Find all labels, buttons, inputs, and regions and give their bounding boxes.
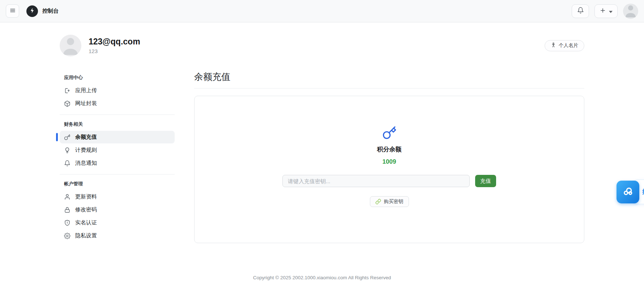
sidebar-item-privacy-settings[interactable]: 隐私设置 xyxy=(60,229,175,242)
profile-username: 123 xyxy=(89,48,140,54)
sidebar: 应用中心 应用上传 网址封装 财务相关 xyxy=(60,65,175,242)
footer-copyright: Copyright © 2025 2002.1000.xiaomiou.com … xyxy=(0,275,644,280)
recharge-key-input[interactable] xyxy=(282,175,470,187)
create-new-button[interactable] xyxy=(594,4,618,18)
sidebar-item-change-password[interactable]: 修改密码 xyxy=(60,203,175,216)
shield-icon xyxy=(64,220,71,226)
section-header: 财务相关 xyxy=(60,121,175,130)
profile-info: 123@qq.com 123 xyxy=(89,37,140,54)
user-icon xyxy=(64,194,71,200)
topbar-actions xyxy=(572,4,638,19)
sidebar-item-realname-verification[interactable]: 实名认证 xyxy=(60,216,175,229)
profile-header: 123@qq.com 123 个人名片 xyxy=(60,35,584,56)
sidebar-item-update-profile[interactable]: 更新资料 xyxy=(60,190,175,203)
sidebar-item-label: 更新资料 xyxy=(75,193,97,200)
notifications-button[interactable] xyxy=(572,4,589,18)
buy-key-button[interactable]: 购买密钥 xyxy=(370,196,409,207)
body: 应用中心 应用上传 网址封装 财务相关 xyxy=(60,65,584,243)
sidebar-divider xyxy=(60,174,175,174)
floating-promo-widget: 推 xyxy=(617,180,644,205)
section-header: 帐户管理 xyxy=(60,181,175,190)
profile-avatar xyxy=(60,35,81,56)
main-content: 余额充值 积分余额 1009 充值 购买密钥 xyxy=(194,65,584,243)
avatar-silhouette-icon xyxy=(623,4,638,19)
sidebar-item-label: 计费规则 xyxy=(75,147,97,154)
lightning-logo-icon xyxy=(29,7,35,15)
balance-label: 积分余额 xyxy=(377,145,402,154)
personal-card-label: 个人名片 xyxy=(559,42,578,49)
upload-icon xyxy=(64,87,71,94)
balance-value: 1009 xyxy=(383,158,396,165)
avatar-silhouette-icon xyxy=(60,35,81,56)
sidebar-section-account: 帐户管理 更新资料 修改密码 实名认证 xyxy=(60,181,175,242)
bell-icon xyxy=(64,160,71,167)
netdisk-promo-button[interactable] xyxy=(617,181,639,203)
key-icon xyxy=(382,126,397,140)
sidebar-item-label: 网址封装 xyxy=(75,100,97,107)
promo-text-fragment: 推 xyxy=(642,188,644,196)
sidebar-section-app-center: 应用中心 应用上传 网址封装 xyxy=(60,74,175,110)
caret-down-icon xyxy=(609,8,613,14)
sidebar-item-label: 实名认证 xyxy=(75,219,97,226)
page-title: 控制台 xyxy=(42,8,59,14)
recharge-form: 充值 xyxy=(282,175,496,187)
sidebar-section-finance: 财务相关 余额充值 计费规则 消息通知 xyxy=(60,121,175,169)
sidebar-item-billing-rules[interactable]: 计费规则 xyxy=(60,144,175,156)
plus-icon xyxy=(600,7,606,15)
bell-icon xyxy=(577,7,584,15)
sidebar-divider xyxy=(60,115,175,115)
sidebar-item-url-packaging[interactable]: 网址封装 xyxy=(60,97,175,110)
bulb-icon xyxy=(64,147,71,154)
topbar: 控制台 xyxy=(0,0,644,22)
key-icon xyxy=(64,134,71,141)
sidebar-item-label: 应用上传 xyxy=(75,87,97,94)
section-title: 余额充值 xyxy=(194,65,584,89)
sidebar-item-label: 隐私设置 xyxy=(75,232,97,239)
sidebar-item-app-upload[interactable]: 应用上传 xyxy=(60,84,175,97)
sidebar-item-notifications[interactable]: 消息通知 xyxy=(60,157,175,169)
recharge-button[interactable]: 充值 xyxy=(475,175,496,187)
topbar-avatar[interactable] xyxy=(623,4,638,19)
sidebar-toggle-button[interactable] xyxy=(6,4,19,18)
sidebar-item-label: 消息通知 xyxy=(75,160,97,167)
recharge-card: 积分余额 1009 充值 购买密钥 xyxy=(194,96,584,243)
profile-email: 123@qq.com xyxy=(89,37,140,47)
section-header: 应用中心 xyxy=(60,74,175,84)
link-icon xyxy=(375,199,381,204)
cube-icon xyxy=(64,100,71,107)
person-icon xyxy=(551,42,556,49)
sidebar-item-label: 余额充值 xyxy=(75,134,97,141)
page: 控制台 xyxy=(0,0,644,306)
baidu-netdisk-cloud-icon xyxy=(622,185,635,199)
sidebar-item-label: 修改密码 xyxy=(75,206,97,213)
hamburger-icon xyxy=(9,7,16,15)
gear-icon xyxy=(64,233,71,239)
sidebar-item-balance-recharge[interactable]: 余额充值 xyxy=(60,131,175,143)
personal-card-button[interactable]: 个人名片 xyxy=(545,40,584,51)
buy-key-label: 购买密钥 xyxy=(384,198,404,205)
lock-icon xyxy=(64,207,71,213)
app-logo xyxy=(26,5,38,17)
